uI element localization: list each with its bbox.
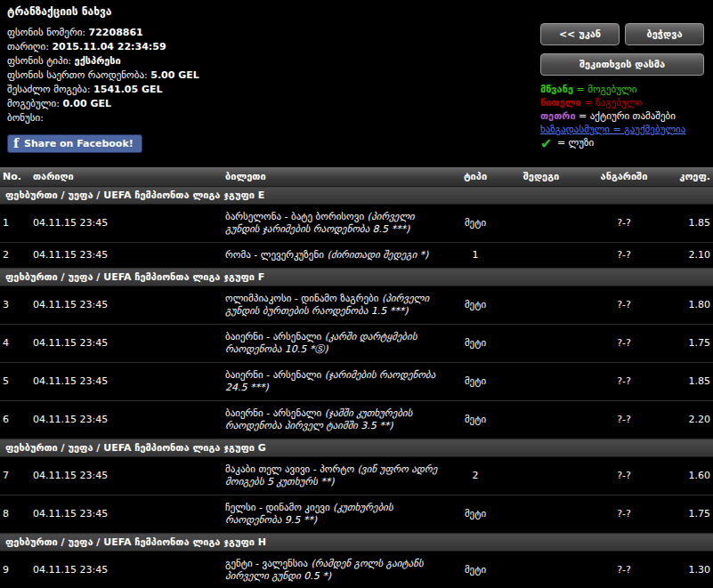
info-label: ფსონის საერთო რაოდენობა: — [7, 69, 150, 81]
info-value: 72208861 — [89, 27, 143, 38]
row-date: 04.11.15 23:45 — [30, 325, 223, 363]
table-header-row: No. თარიღი ბილეთი ტიპი შედეგი ანგარიში კ… — [0, 167, 713, 187]
group-title: ფეხბურთი / უეფა / UEFA ჩემპიონთა ლიგა ჯგ… — [0, 439, 713, 457]
bet-row: 704.11.15 23:45მაკაბი თელ ავივი - პორტო … — [0, 457, 713, 495]
row-type: მეტი — [450, 495, 501, 534]
row-result — [501, 495, 581, 534]
legend-text: წითელი — [540, 97, 581, 109]
right-panel: << უკან ბეჭდვა შეკითხვის დასმა მწვანე = … — [540, 23, 704, 150]
info-value: 0.00 GEL — [62, 98, 111, 109]
ask-question-button[interactable]: შეკითხვის დასმა — [540, 53, 704, 76]
top-section: ტრანზაქციის ნახვა ფსონის ნომერი: 7220886… — [0, 0, 713, 167]
match-name: ბარსელონა - ბატე ბორისოვი — [225, 211, 368, 222]
print-button[interactable]: ბეჭდვა — [625, 23, 704, 45]
row-score: ?-? — [581, 243, 667, 269]
legend-text: = ლუზი — [554, 137, 594, 149]
match-name: გენტი - ვალენსია — [225, 558, 311, 569]
check-icon: ✔ — [540, 135, 552, 152]
row-type: მეტი — [450, 205, 501, 243]
row-coef: 1.75 — [667, 325, 713, 363]
row-number: 7 — [0, 457, 30, 495]
bet-row: 504.11.15 23:45ბაიერნი - არსენალი (ჯარიმ… — [0, 363, 713, 401]
legend-text: ხაზგადასმული = გაუქმებულია — [540, 124, 685, 135]
row-number: 9 — [0, 552, 30, 588]
info-value: ექსპრესი — [75, 55, 121, 67]
row-type: მეტი — [450, 552, 501, 588]
row-result — [501, 457, 581, 495]
info-label: ბონუსი: — [7, 112, 44, 124]
row-number: 4 — [0, 325, 30, 363]
row-coef: 1.85 — [667, 205, 713, 243]
row-ticket: ბარსელონა - ბატე ბორისოვი (პირველი გუნდი… — [223, 205, 450, 243]
bet-row: 104.11.15 23:45ბარსელონა - ბატე ბორისოვი… — [0, 205, 713, 243]
row-date: 04.11.15 23:45 — [30, 401, 223, 439]
match-name: რომა - ლევერკუზენი — [225, 249, 327, 261]
row-ticket: ჩელსი - დინამო კიევი (კუთხურების რაოდენო… — [223, 495, 450, 534]
row-score: ?-? — [581, 401, 667, 439]
back-button[interactable]: << უკან — [540, 23, 620, 45]
info-value: 5.00 GEL — [150, 69, 199, 81]
legend-text: თეთრი — [540, 110, 576, 122]
row-date: 04.11.15 23:45 — [30, 205, 223, 243]
row-result — [501, 325, 581, 363]
col-header-score: ანგარიში — [581, 167, 667, 187]
info-label: ფსონის ტიპი: — [7, 55, 75, 67]
facebook-share-button[interactable]: f Share on Facebook! — [7, 134, 142, 153]
row-result — [501, 286, 581, 325]
match-name: ბაიერნი - არსენალი — [225, 369, 325, 381]
col-header-ticket: ბილეთი — [223, 167, 450, 187]
legend-text: = მოგებული — [573, 84, 636, 95]
transaction-view-page: ტრანზაქციის ნახვა ფსონის ნომერი: 7220886… — [0, 0, 713, 588]
legend-line: ✔ = ლუზი — [540, 136, 704, 150]
row-result — [501, 363, 581, 401]
row-score: ?-? — [581, 205, 667, 243]
legend-text: = წაგებული — [581, 97, 642, 109]
row-type: მეტი — [450, 325, 501, 363]
facebook-share-label: Share on Facebook! — [24, 138, 134, 149]
row-score: ?-? — [581, 552, 667, 588]
legend-text: = აქტიური თამაშები — [576, 110, 676, 122]
match-name: ჩელსი - დინამო კიევი — [225, 502, 333, 513]
legend-line: თეთრი = აქტიური თამაშები — [540, 109, 704, 123]
legend-text: მწვანე — [540, 84, 573, 95]
button-row: << უკან ბეჭდვა — [540, 23, 704, 45]
row-coef: 1.60 — [667, 457, 713, 495]
row-number: 5 — [0, 363, 30, 401]
bet-row: 304.11.15 23:45ოლიმპიაკოსი - დინამო ზაგრ… — [0, 286, 713, 325]
row-score: ?-? — [581, 457, 667, 495]
group-title: ფეხბურთი / უეფა / UEFA ჩემპიონთა ლიგა ჯგ… — [0, 534, 713, 552]
page-title: ტრანზაქციის ნახვა — [7, 5, 704, 18]
col-header-result: შედეგი — [501, 167, 581, 187]
row-number: 8 — [0, 495, 30, 534]
col-header-type: ტიპი — [450, 167, 501, 187]
row-date: 04.11.15 23:45 — [30, 243, 223, 269]
row-coef: 2.20 — [667, 401, 713, 439]
row-number: 2 — [0, 243, 30, 269]
legend: მწვანე = მოგებულიწითელი = წაგებულითეთრი … — [540, 83, 704, 150]
row-date: 04.11.15 23:45 — [30, 457, 223, 495]
row-coef: 1.80 — [667, 286, 713, 325]
match-name: ბაიერნი - არსენალი — [225, 331, 325, 342]
bet-row: 904.11.15 23:45გენტი - ვალენსია (რამდენ … — [0, 552, 713, 588]
bet-row: 404.11.15 23:45ბაიერნი - არსენალი (კარში… — [0, 325, 713, 363]
group-title: ფეხბურთი / უეფა / UEFA ჩემპიონთა ლიგა ჯგ… — [0, 269, 713, 286]
match-name: ოლიმპიაკოსი - დინამო ზაგრები — [225, 293, 382, 304]
row-ticket: რომა - ლევერკუზენი (ძირითადი შედეგი *) — [223, 243, 450, 269]
row-score: ?-? — [581, 363, 667, 401]
bet-row: 204.11.15 23:45რომა - ლევერკუზენი (ძირით… — [0, 243, 713, 269]
bet-row: 804.11.15 23:45ჩელსი - დინამო კიევი (კუთ… — [0, 495, 713, 534]
row-score: ?-? — [581, 286, 667, 325]
group-title: ფეხბურთი / უეფა / UEFA ჩემპიონთა ლიგა ჯგ… — [0, 187, 713, 205]
row-score: ?-? — [581, 495, 667, 534]
row-coef: 1.30 — [667, 552, 713, 588]
row-number: 3 — [0, 286, 30, 325]
group-header-row: ფეხბურთი / უეფა / UEFA ჩემპიონთა ლიგა ჯგ… — [0, 269, 713, 286]
row-ticket: ოლიმპიაკოსი - დინამო ზაგრები (პირველი გუ… — [223, 286, 450, 325]
row-type: მეტი — [450, 401, 501, 439]
col-header-no: No. — [0, 167, 30, 187]
row-ticket: მაკაბი თელ ავივი - პორტო (ვინ უფრო ადრე … — [223, 457, 450, 495]
row-date: 04.11.15 23:45 — [30, 495, 223, 534]
row-ticket: გენტი - ვალენსია (რამდენ გოლს გაიტანს პი… — [223, 552, 450, 588]
row-ticket: ბაიერნი - არსენალი (კარში დარტყმების რაო… — [223, 325, 450, 363]
info-value: 1541.05 GEL — [93, 84, 162, 95]
